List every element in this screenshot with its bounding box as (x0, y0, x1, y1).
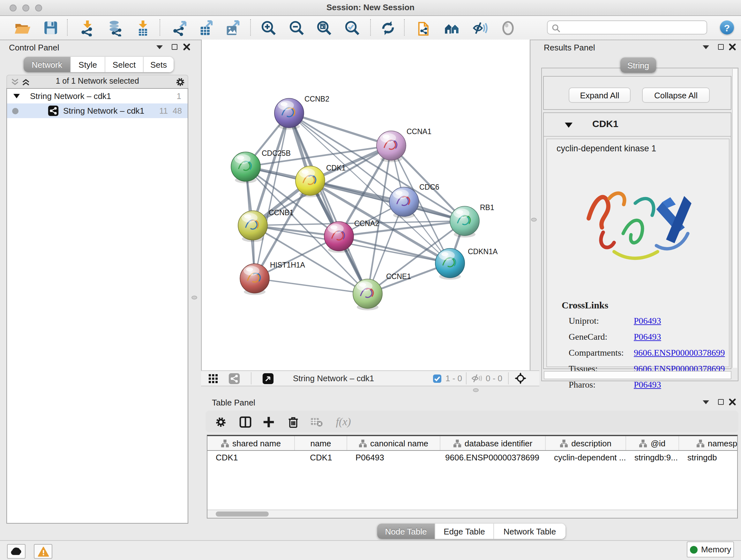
tab-style[interactable]: Style (71, 57, 105, 72)
zoom-in-button[interactable] (260, 19, 277, 37)
hide-glasses-button[interactable] (471, 19, 488, 37)
network-options-gear-icon[interactable] (176, 77, 185, 86)
tab-string[interactable]: String (620, 57, 656, 73)
column-header-description[interactable]: description (546, 436, 626, 450)
network-canvas[interactable]: CCNB2CCNA1CDC25BCDK1CDC6RB1CCNB1CCNA2CDK… (201, 40, 530, 370)
zoom-out-button[interactable] (288, 19, 305, 37)
string-document-icon (416, 19, 432, 36)
control-panel-float-button[interactable] (172, 44, 178, 50)
table-scrollbar-thumb[interactable] (216, 511, 269, 516)
refresh-icon (380, 19, 396, 36)
crosslink-row: Compartments:9606.ENSP00000378699 (569, 345, 725, 361)
function-builder-button[interactable]: f(x) (333, 415, 354, 429)
network-row-selected[interactable]: String Network – cdk1 11 48 (7, 104, 188, 118)
crosslink-value-link[interactable]: P06493 (634, 380, 661, 390)
crosslink-value-link[interactable]: P06493 (634, 316, 661, 326)
tree-expand-caret-icon[interactable] (13, 94, 20, 98)
home-networks-button[interactable] (443, 19, 460, 37)
results-panel-float-button[interactable] (718, 44, 724, 50)
graph-node-CCNA2[interactable] (324, 222, 354, 253)
left-splitter-handle[interactable] (192, 296, 197, 300)
graph-node-CDC25B[interactable] (231, 152, 260, 183)
search-input[interactable] (563, 22, 706, 35)
column-header-shared-name[interactable]: shared name (207, 436, 295, 450)
selected-checkbox-icon[interactable] (433, 374, 442, 383)
show-columns-button[interactable] (238, 415, 252, 429)
table-panel-float-button[interactable] (718, 399, 724, 405)
help-button[interactable]: ? (720, 20, 734, 35)
memory-button[interactable]: Memory (687, 542, 734, 557)
import-table-button[interactable] (134, 19, 151, 37)
table-settings-button[interactable] (214, 415, 228, 429)
delete-table-button[interactable] (310, 415, 324, 429)
table-horizontal-scrollbar[interactable] (207, 509, 737, 518)
stringapp-document-button[interactable] (415, 19, 433, 37)
create-column-button[interactable] (262, 415, 276, 429)
zoom-fit-button[interactable] (315, 19, 333, 37)
table-body: CDK1CDK1P064939606.ENSP00000378699cyclin… (207, 451, 737, 465)
column-header--id[interactable]: @id (626, 436, 679, 450)
grid-view-icon[interactable] (209, 374, 218, 383)
birdseye-crosshair-icon[interactable] (515, 372, 527, 384)
results-vertical-scrollbar[interactable] (732, 69, 737, 368)
table-panel-menu-caret-icon[interactable] (703, 400, 709, 404)
tab-select[interactable]: Select (105, 57, 144, 72)
column-header-label: namespace (708, 438, 738, 448)
tab-node-table[interactable]: Node Table (377, 523, 435, 539)
import-network-file-button[interactable] (78, 19, 96, 37)
control-panel-close-icon[interactable] (183, 44, 190, 51)
results-panel-menu-caret-icon[interactable] (703, 45, 709, 49)
hidden-eye-slash-icon[interactable] (471, 374, 482, 383)
graph-node-HIST1H1A[interactable] (240, 264, 269, 295)
collapse-all-button[interactable]: Collapse All (642, 87, 710, 103)
warnings-button[interactable] (34, 544, 52, 559)
results-panel-close-icon[interactable] (729, 44, 736, 51)
column-header-canonical-name[interactable]: canonical name (347, 436, 441, 450)
tab-network[interactable]: Network (23, 57, 71, 72)
delete-column-button[interactable] (286, 415, 300, 429)
column-header-label: name (310, 438, 331, 448)
network-collection-row[interactable]: String Network – cdk1 1 (7, 89, 188, 104)
toolbar-divider (67, 19, 68, 36)
column-header-namespace[interactable]: namespace (679, 436, 738, 450)
gene-card-content: cyclin-dependent kinase 1 CrossLinks Uni… (546, 138, 730, 367)
table-header-row: shared namenamecanonical namedatabase id… (207, 436, 737, 451)
tab-network-table[interactable]: Network Table (494, 523, 565, 539)
node-label-CCNB1: CCNB1 (269, 208, 293, 217)
column-header-database-identifier[interactable]: database identifier (441, 436, 546, 450)
control-panel-menu-caret-icon[interactable] (156, 45, 163, 49)
network-view-toolbar: String Network – cdk1 1 - 0 0 - 0 (201, 370, 539, 386)
right-splitter-handle[interactable] (531, 218, 537, 222)
graph-node-CDKN1A[interactable] (435, 248, 465, 280)
table-row[interactable]: CDK1CDK1P064939606.ENSP00000378699cyclin… (207, 451, 737, 465)
graph-node-RB1[interactable] (450, 206, 479, 238)
open-session-button[interactable] (13, 19, 30, 37)
table-panel-close-icon[interactable] (729, 398, 736, 406)
tab-sets[interactable]: Sets (144, 57, 174, 72)
crosslink-value-link[interactable]: P06493 (634, 332, 661, 342)
column-header-name[interactable]: name (295, 436, 347, 450)
gene-card-collapse-caret-icon[interactable] (565, 123, 572, 128)
results-horizontal-scrollbar[interactable] (544, 371, 731, 379)
network-view-icon[interactable] (228, 373, 240, 384)
export-network-button[interactable] (171, 19, 188, 37)
graph-node-CDC6[interactable] (389, 187, 419, 219)
export-image-button[interactable] (223, 19, 241, 37)
table-splitter-handle[interactable] (473, 388, 479, 392)
zoom-selected-button[interactable] (343, 19, 360, 37)
window-title: Session: New Session (0, 0, 741, 15)
node-label-CCNB2: CCNB2 (305, 95, 329, 103)
refresh-button[interactable] (379, 19, 396, 37)
show-eye-button[interactable] (499, 19, 516, 37)
export-table-button[interactable] (197, 19, 214, 37)
selected-counts: 1 - 0 (446, 371, 462, 386)
detach-view-icon[interactable] (262, 373, 274, 384)
crosslink-value-link[interactable]: 9606.ENSP00000378699 (634, 348, 725, 358)
import-network-database-button[interactable] (107, 19, 124, 37)
gene-card-header[interactable]: CDK1 (544, 113, 731, 137)
tab-edge-table[interactable]: Edge Table (435, 523, 494, 539)
save-session-button[interactable] (42, 19, 59, 37)
expand-all-button[interactable]: Expand All (569, 87, 630, 103)
graph-node-CCNE1[interactable] (353, 279, 382, 310)
cloud-status-button[interactable] (7, 544, 25, 559)
